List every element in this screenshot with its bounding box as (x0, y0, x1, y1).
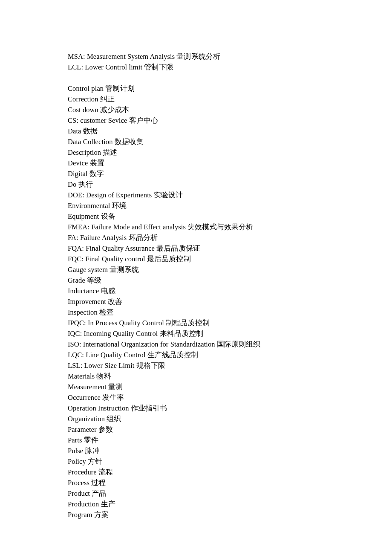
glossary-line: FQA: Final Quality Assurance 最后品质保证 (68, 243, 392, 254)
glossary-line: IQC: Incoming Quality Control 来料品质控制 (68, 328, 392, 339)
glossary-line: FMEA: Failure Mode and Effect analysis 失… (68, 222, 392, 232)
glossary-line: ISO: International Organization for Stan… (68, 339, 392, 350)
glossary-line: Improvement 改善 (68, 296, 392, 307)
glossary-line: Materials 物料 (68, 371, 392, 382)
glossary-line: Correction 纠正 (68, 94, 392, 104)
glossary-line: Do 执行 (68, 179, 392, 190)
glossary-line: Digital 数字 (68, 168, 392, 179)
glossary-line: Measurement 量测 (68, 382, 392, 392)
glossary-line: FQC: Final Quality control 最后品质控制 (68, 254, 392, 264)
glossary-line: Occurrence 发生率 (68, 392, 392, 403)
glossary-line: Environmental 环境 (68, 200, 392, 211)
glossary-line: Data 数据 (68, 126, 392, 136)
glossary-line: Policy 方针 (68, 456, 392, 467)
glossary-line: Procedure 流程 (68, 467, 392, 477)
glossary-line: FA: Failure Analysis 坏品分析 (68, 232, 392, 243)
glossary-line: Production 生产 (68, 499, 392, 509)
glossary-line: Control plan 管制计划 (68, 83, 392, 94)
glossary-line: Cost down 减少成本 (68, 104, 392, 115)
glossary-line: Description 描述 (68, 147, 392, 158)
glossary-line: Product 产品 (68, 488, 392, 499)
glossary-line: Operation Instruction 作业指引书 (68, 403, 392, 413)
glossary-line: Inductance 电感 (68, 286, 392, 296)
glossary-line: DOE: Design of Experiments 实验设计 (68, 190, 392, 200)
glossary-line: Program 方案 (68, 509, 392, 520)
glossary-line: Parameter 参数 (68, 424, 392, 435)
glossary-line: LSL: Lower Size Limit 规格下限 (68, 360, 392, 371)
glossary-line: LQC: Line Quality Control 生产线品质控制 (68, 350, 392, 360)
glossary-line: Gauge system 量测系统 (68, 264, 392, 275)
glossary-line: CS: customer Sevice 客户中心 (68, 115, 392, 126)
glossary-line: Organization 组织 (68, 413, 392, 424)
blank-line (68, 72, 392, 83)
glossary-line: Equipment 设备 (68, 211, 392, 222)
glossary-line: IPQC: In Process Quality Control 制程品质控制 (68, 318, 392, 328)
glossary-line: Device 装置 (68, 158, 392, 168)
glossary-line: Parts 零件 (68, 435, 392, 445)
glossary-line: Data Collection 数据收集 (68, 136, 392, 147)
glossary-line: Process 过程 (68, 477, 392, 488)
glossary-line: LCL: Lower Control limit 管制下限 (68, 62, 392, 72)
glossary-line: Inspection 检查 (68, 307, 392, 318)
glossary-line: Grade 等级 (68, 275, 392, 286)
glossary-line: MSA: Measurement System Analysis 量测系统分析 (68, 51, 392, 62)
glossary-line: Pulse 脉冲 (68, 445, 392, 456)
document-content: MSA: Measurement System Analysis 量测系统分析L… (68, 51, 392, 520)
